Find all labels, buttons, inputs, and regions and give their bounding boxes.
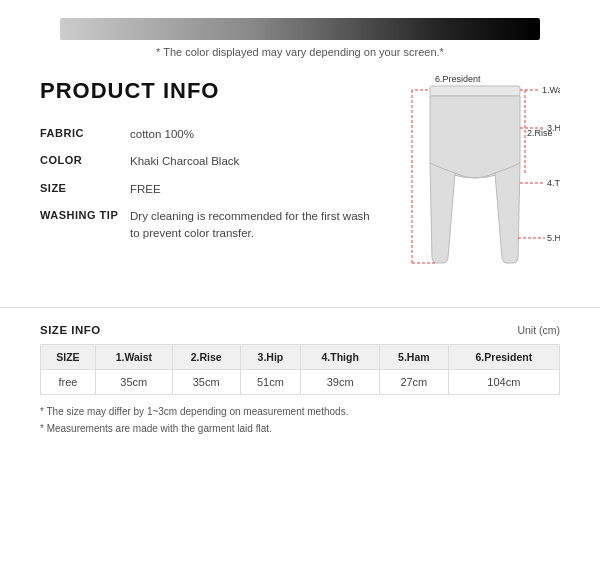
svg-text:5.Ham: 5.Ham	[547, 233, 560, 243]
size-table-header-cell: 5.Ham	[379, 345, 448, 370]
svg-text:6.President: 6.President	[435, 74, 481, 84]
size-table-cell: 35cm	[95, 370, 172, 395]
info-value: Dry cleaning is recommended for the firs…	[130, 208, 380, 243]
product-info-title: PRODUCT INFO	[40, 78, 380, 104]
size-table-row: free35cm35cm51cm39cm27cm104cm	[41, 370, 560, 395]
size-table-header-cell: SIZE	[41, 345, 96, 370]
size-table-cell: 39cm	[301, 370, 380, 395]
info-row: FABRICcotton 100%	[40, 126, 380, 143]
unit-label: Unit (cm)	[517, 324, 560, 336]
info-table: FABRICcotton 100%COLORKhaki Charcoal Bla…	[40, 126, 380, 242]
size-table-cell: 104cm	[448, 370, 559, 395]
info-value: FREE	[130, 181, 380, 198]
size-table-head: SIZE1.Waist2.Rise3.Hip4.Thigh5.Ham6.Pres…	[41, 345, 560, 370]
size-table-cell: free	[41, 370, 96, 395]
size-table-header-cell: 2.Rise	[172, 345, 240, 370]
info-label: COLOR	[40, 153, 130, 166]
info-row: SIZEFREE	[40, 181, 380, 198]
size-table-cell: 35cm	[172, 370, 240, 395]
size-note: * Measurements are made with the garment…	[40, 420, 560, 437]
size-notes: * The size may differ by 1~3cm depending…	[40, 403, 560, 447]
size-info-title: SIZE INFO	[40, 324, 101, 336]
svg-text:1.Waist: 1.Waist	[542, 85, 560, 95]
info-label: FABRIC	[40, 126, 130, 139]
info-label: WASHING TIP	[40, 208, 130, 221]
svg-text:3.Hip: 3.Hip	[547, 123, 560, 133]
size-info-section: SIZE INFO Unit (cm) SIZE1.Waist2.Rise3.H…	[0, 307, 600, 447]
size-table-header-cell: 3.Hip	[240, 345, 301, 370]
svg-rect-0	[430, 86, 520, 96]
size-table: SIZE1.Waist2.Rise3.Hip4.Thigh5.Ham6.Pres…	[40, 344, 560, 395]
size-table-cell: 27cm	[379, 370, 448, 395]
info-value: Khaki Charcoal Black	[130, 153, 380, 170]
color-note: * The color displayed may vary depending…	[156, 46, 444, 58]
color-bar-section: * The color displayed may vary depending…	[0, 0, 600, 68]
size-note: * The size may differ by 1~3cm depending…	[40, 403, 560, 420]
info-row: WASHING TIPDry cleaning is recommended f…	[40, 208, 380, 243]
info-row: COLORKhaki Charcoal Black	[40, 153, 380, 170]
info-label: SIZE	[40, 181, 130, 194]
size-table-header-row: SIZE1.Waist2.Rise3.Hip4.Thigh5.Ham6.Pres…	[41, 345, 560, 370]
size-table-header-cell: 6.President	[448, 345, 559, 370]
size-table-cell: 51cm	[240, 370, 301, 395]
info-value: cotton 100%	[130, 126, 380, 143]
size-table-header-cell: 4.Thigh	[301, 345, 380, 370]
size-table-header-cell: 1.Waist	[95, 345, 172, 370]
svg-text:4.Thigh: 4.Thigh	[547, 178, 560, 188]
size-table-body: free35cm35cm51cm39cm27cm104cm	[41, 370, 560, 395]
main-content: PRODUCT INFO FABRICcotton 100%COLORKhaki…	[0, 68, 600, 301]
pants-diagram: 1.Waist 2.Rise 3.Hip 4.Thigh 5.Ham 6.Pre…	[400, 68, 560, 291]
size-info-header: SIZE INFO Unit (cm)	[40, 318, 560, 336]
product-info-left: PRODUCT INFO FABRICcotton 100%COLORKhaki…	[40, 78, 380, 252]
color-gradient-bar	[60, 18, 540, 40]
